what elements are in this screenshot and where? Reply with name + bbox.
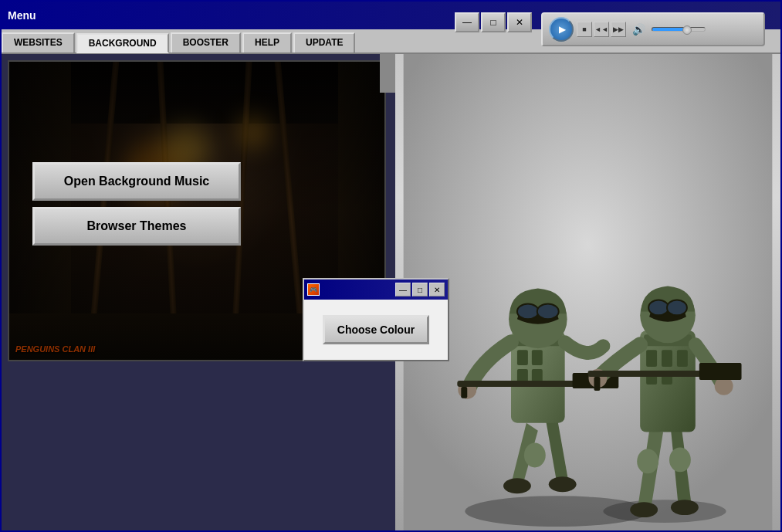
media-prev-button[interactable]: ◄◄ (594, 22, 609, 37)
tab-background[interactable]: BACKGROUND (76, 33, 169, 53)
content-area: PENGUINS CLAN III Open Background Music … (2, 54, 780, 530)
minimize-button[interactable]: — (455, 12, 479, 32)
svg-point-34 (667, 300, 687, 315)
volume-icon: 🔊 (632, 23, 645, 36)
volume-slider[interactable] (652, 27, 706, 32)
svg-point-19 (671, 500, 699, 515)
game-logo: PENGUINS CLAN III (15, 344, 95, 354)
colour-popup-controls: — □ ✕ (395, 283, 445, 296)
svg-point-37 (524, 443, 546, 468)
svg-rect-23 (662, 350, 672, 367)
tab-booster[interactable]: BOOSTER (171, 32, 241, 53)
colour-popup-minimize[interactable]: — (395, 283, 411, 296)
tab-help[interactable]: HELP (242, 32, 292, 53)
svg-point-3 (503, 478, 531, 493)
volume-thumb[interactable] (682, 25, 692, 35)
soldiers-svg (395, 54, 780, 530)
open-background-music-button[interactable]: Open Background Music (32, 162, 241, 201)
svg-point-33 (648, 300, 669, 315)
svg-point-16 (517, 303, 539, 319)
right-panel (395, 54, 780, 530)
bg-buttons: Open Background Music Browser Themes (32, 162, 241, 246)
close-button[interactable]: ✕ (507, 12, 532, 32)
main-window: Menu ■ ◄◄ ▶▶ 🔊 — □ ✕ WEBSITES BACKGROUND… (0, 0, 782, 532)
main-window-controls: — □ ✕ (455, 12, 532, 32)
colour-popup-titlebar: 🎮 — □ ✕ (304, 280, 448, 300)
maximize-button[interactable]: □ (481, 12, 506, 32)
media-play-button[interactable] (549, 17, 574, 42)
colour-popup-maximize[interactable]: □ (412, 283, 428, 296)
choose-colour-button[interactable]: Choose Colour (323, 315, 429, 344)
svg-rect-30 (699, 363, 742, 380)
svg-point-17 (537, 303, 559, 319)
svg-point-36 (669, 448, 691, 473)
svg-rect-8 (532, 350, 543, 365)
browser-themes-button[interactable]: Browser Themes (32, 207, 241, 246)
svg-point-4 (549, 476, 577, 492)
svg-rect-24 (677, 350, 688, 367)
media-next-button[interactable]: ▶▶ (611, 22, 626, 37)
svg-point-35 (637, 449, 658, 474)
svg-rect-14 (461, 387, 467, 398)
svg-rect-31 (594, 377, 600, 391)
svg-rect-0 (404, 54, 773, 530)
media-bar: ■ ◄◄ ▶▶ 🔊 (541, 12, 765, 46)
svg-rect-7 (517, 350, 528, 365)
media-controls: ■ ◄◄ ▶▶ (577, 22, 626, 37)
main-title: Menu (8, 9, 36, 22)
svg-point-2 (603, 500, 726, 523)
colour-popup-icon: 🎮 (307, 283, 320, 296)
colour-popup-close[interactable]: ✕ (429, 283, 445, 296)
svg-rect-22 (646, 350, 657, 367)
media-stop-button[interactable]: ■ (577, 22, 592, 37)
svg-point-18 (630, 502, 658, 517)
tab-websites[interactable]: WEBSITES (2, 32, 75, 53)
colour-popup-body: Choose Colour (304, 300, 448, 360)
tab-update[interactable]: UPDATE (293, 32, 355, 53)
colour-popup: 🎮 — □ ✕ Choose Colour (303, 278, 449, 361)
